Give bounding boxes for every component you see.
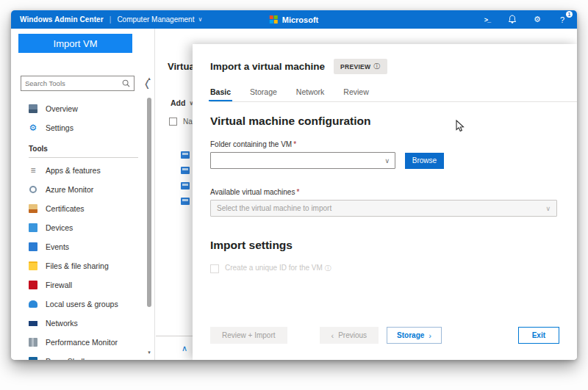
sidebar-item-certificates[interactable]: Certificates [11,199,147,218]
folder-field-label: Folder containing the VM* [210,140,559,148]
microsoft-logo-icon [270,15,278,24]
tools-divider [29,157,138,158]
info-icon: ⓘ [373,62,380,71]
sidebar-item-label: Networks [46,319,78,328]
sidebar-item-label: Files & file sharing [46,261,109,270]
admin-center-window: Windows Admin Center | Computer Manageme… [11,10,577,360]
select-all-checkbox[interactable] [169,118,177,126]
chevron-down-icon: ∨ [545,205,551,212]
unique-id-checkbox-row[interactable]: Create a unique ID for the VM ⓘ [210,264,559,273]
wizard-footer: Review + Import ‹ Previous Storage › Exi… [210,327,559,344]
overview-icon [29,104,37,113]
unique-id-label: Create a unique ID for the VM ⓘ [225,264,331,273]
required-marker: * [293,140,296,148]
panel-title: Import a virtual machine [210,61,325,72]
next-label: Storage [397,331,424,339]
add-dropdown[interactable]: Add ∨ [171,98,193,107]
devices-icon [29,223,37,232]
tabs-divider [210,101,577,102]
sidebar-item-label: Apps & features [46,166,101,175]
chevron-down-icon: ∨ [198,16,202,23]
sidebar-item-label: Devices [46,223,73,232]
sidebar-nav: Overview ⚙ Settings Tools ≡ Apps & featu… [11,99,147,360]
network-icon [29,319,37,328]
sidebar-scrollbar: ▴ ▾ [146,76,152,355]
sidebar-item-local-users[interactable]: Local users & groups [11,295,147,314]
top-bar: Windows Admin Center | Computer Manageme… [11,10,577,29]
search-tools-box [21,76,135,91]
add-label: Add [171,98,185,107]
tab-network[interactable]: Network [296,87,325,101]
previous-button[interactable]: ‹ Previous [320,327,379,344]
available-vms-select[interactable]: Select the virtual machine to import ∨ [210,200,557,217]
sidebar-item-label: Events [46,242,69,251]
apps-list-icon: ≡ [29,166,37,175]
chevron-left-icon: ‹ [331,331,334,340]
sidebar-item-label: Local users & groups [46,300,118,308]
folder-combobox[interactable]: ∨ [210,152,395,169]
sidebar-item-label: Certificates [46,204,85,213]
tab-basic[interactable]: Basic [210,87,231,101]
exit-button[interactable]: Exit [518,327,559,344]
sidebar-item-label: Performance Monitor [46,338,118,347]
solution-switcher[interactable]: Computer Management ∨ [117,15,202,24]
preview-label: PREVIEW [340,63,370,71]
chevron-up-icon: ∧ [182,344,187,353]
solution-label: Computer Management [117,15,194,24]
sidebar-item-files[interactable]: Files & file sharing [11,256,147,275]
search-tools-input[interactable] [25,79,122,87]
users-icon [29,300,37,308]
tools-section-label: Tools [11,137,147,156]
title-separator: | [110,15,112,24]
tab-review[interactable]: Review [343,87,368,101]
sidebar-item-apps-features[interactable]: ≡ Apps & features [11,161,147,180]
app-title: Windows Admin Center [20,15,104,24]
sidebar-item-firewall[interactable]: Firewall [11,275,147,295]
sidebar-item-settings[interactable]: ⚙ Settings [11,118,147,137]
folder-icon [29,261,37,270]
powershell-console-icon[interactable]: >_ [481,14,493,26]
tab-storage[interactable]: Storage [250,87,277,101]
vm-icon [181,151,190,159]
next-storage-button[interactable]: Storage › [387,327,442,344]
notifications-bell-icon[interactable] [506,14,518,26]
gear-icon: ⚙ [29,123,37,132]
brand-name: Microsoft [282,15,319,24]
scroll-up-icon[interactable]: ▴ [146,76,152,82]
performance-chart-icon [29,338,37,347]
sidebar-item-performance-monitor[interactable]: Performance Monitor [11,333,147,352]
available-vms-label: Available virtual machines* [210,188,559,196]
settings-gear-icon[interactable]: ⚙ [531,14,543,26]
chevron-down-icon[interactable]: ∨ [384,157,390,165]
powershell-icon: > [29,357,37,360]
previous-label: Previous [338,331,367,339]
review-import-button[interactable]: Review + Import [210,327,287,344]
preview-badge[interactable]: PREVIEW ⓘ [334,59,387,74]
sidebar-item-events[interactable]: Events [11,237,147,256]
import-vm-button[interactable]: Import VM [18,34,132,53]
azure-monitor-icon [29,185,37,194]
certificate-icon [29,204,37,213]
sidebar-item-label: Overview [46,104,78,113]
help-icon[interactable]: ? 1 [556,14,568,26]
import-settings-heading: Import settings [210,239,559,252]
microsoft-brand: Microsoft [270,15,319,24]
import-vm-panel: Import a virtual machine PREVIEW ⓘ Basic… [193,44,577,360]
select-placeholder: Select the virtual machine to import [217,204,331,212]
sidebar-item-powershell[interactable]: > PowerShell [11,352,147,360]
sidebar-item-label: Firewall [46,281,72,289]
vm-icon [181,167,190,174]
scroll-down-icon[interactable]: ▾ [146,350,152,355]
browse-button[interactable]: Browse [405,153,444,169]
unique-id-checkbox[interactable] [210,264,219,273]
scrollbar-thumb[interactable] [147,98,151,307]
vm-icon [181,198,190,205]
tools-sidebar: Import VM ❬ Overview ⚙ Settings Tools ≡ … [11,29,155,360]
sidebar-item-overview[interactable]: Overview [11,99,147,118]
sidebar-item-networks[interactable]: Networks [11,314,147,333]
events-icon [29,242,37,251]
sidebar-item-label: PowerShell [46,357,85,360]
vm-icon [181,182,190,189]
sidebar-item-devices[interactable]: Devices [11,218,147,237]
sidebar-item-azure-monitor[interactable]: Azure Monitor [11,180,147,199]
